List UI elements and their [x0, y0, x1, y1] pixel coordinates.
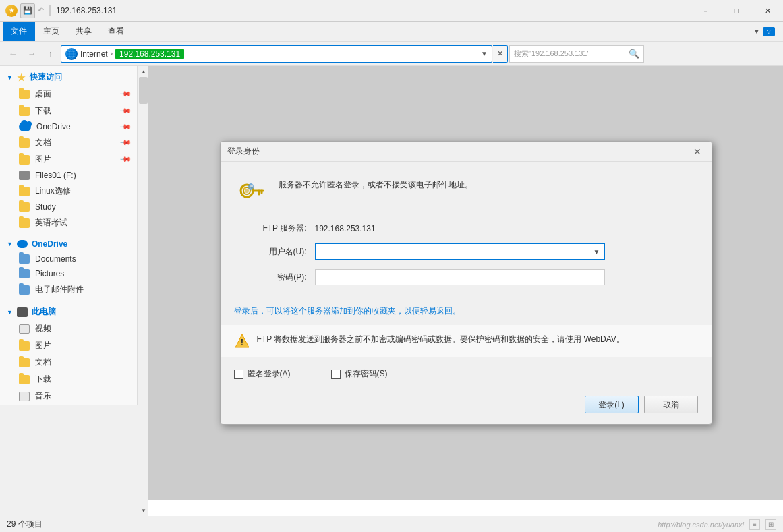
dialog-close-button[interactable]: ✕ [690, 144, 705, 159]
search-icon[interactable]: 🔍 [629, 49, 639, 59]
up-button[interactable]: ↑ [42, 45, 59, 63]
addressbar: ← → ↑ Internet › 192.168.253.131 ▼ ✕ 搜索" [0, 42, 783, 66]
scrollbar-down[interactable]: ▼ [138, 505, 149, 516]
dialog-title: 登录身份 [227, 146, 690, 157]
pin-icon: 📌 [119, 153, 132, 166]
maximize-button[interactable]: □ [721, 0, 752, 22]
sidebar-item-downloads-pc[interactable]: 下载 [0, 371, 137, 388]
scrollbar-track [138, 77, 148, 516]
address-dropdown[interactable]: ▼ [481, 50, 488, 57]
sidebar-item-docs-pc[interactable]: 文档 [0, 354, 137, 371]
pin-icon: 📌 [119, 136, 132, 149]
ftp-server-row: FTP 服务器: 192.168.253.131 [234, 223, 698, 234]
video-icon [19, 324, 30, 334]
sidebar-item-music[interactable]: 音乐 [0, 388, 137, 405]
view-large-icon[interactable]: ⊞ [765, 519, 776, 530]
sidebar-scrollbar: ▲ ▼ [138, 66, 148, 516]
sidebar-item-pictures-od[interactable]: Pictures [0, 266, 137, 281]
username-input[interactable]: ▼ [315, 243, 605, 260]
folder-icon [19, 107, 30, 116]
close-button[interactable]: ✕ [752, 0, 783, 22]
sidebar-item-pictures[interactable]: 图片 📌 [0, 151, 137, 168]
minimize-button[interactable]: － [690, 0, 721, 22]
folder-icon [19, 138, 30, 148]
titlebar-path: 192.168.253.131 [56, 6, 778, 16]
password-row: 密码(P): [234, 269, 698, 285]
folder-icon [19, 341, 30, 351]
address-clear-button[interactable]: ✕ [493, 45, 508, 63]
window-controls: － □ ✕ [690, 0, 783, 22]
menu-share[interactable]: 共享 [67, 22, 100, 41]
forward-button[interactable]: → [23, 45, 40, 63]
save-password-checkbox[interactable]: 保存密码(S) [331, 368, 388, 380]
watermark: http://blog.csdn.net/yuanxi [658, 521, 744, 529]
scrollbar-up[interactable]: ▲ [138, 66, 149, 77]
menu-home[interactable]: 主页 [35, 22, 67, 41]
breadcrumb-arrow: › [111, 50, 113, 57]
pin-icon: 📌 [119, 120, 132, 133]
username-dropdown-arrow: ▼ [593, 248, 600, 256]
sidebar-section-onedrive[interactable]: ▼ OneDrive [0, 234, 137, 252]
save-icon[interactable]: 💾 [20, 3, 35, 18]
search-box[interactable]: 搜索"192.168.253.131" 🔍 [509, 45, 644, 63]
cancel-button[interactable]: 取消 [644, 396, 698, 413]
sidebar: ▼ ★ 快速访问 桌面 📌 下载 📌 OneDrive 📌 文档 [0, 66, 148, 516]
drive-icon [19, 171, 30, 180]
username-label: 用户名(U): [248, 246, 315, 258]
sidebar-item-files01[interactable]: Files01 (F:) [0, 168, 137, 183]
undo-icon: ↶ [38, 6, 44, 15]
back-button[interactable]: ← [4, 45, 22, 63]
address-box[interactable]: Internet › 192.168.253.131 ▼ [61, 45, 492, 63]
dialog-message: 服务器不允许匿名登录，或者不接受该电子邮件地址。 [279, 175, 473, 191]
sidebar-item-docs[interactable]: 文档 📌 [0, 134, 137, 151]
titlebar: ★ 💾 ↶ 192.168.253.131 － □ ✕ [0, 0, 783, 22]
login-button[interactable]: 登录(L) [585, 396, 639, 413]
dialog-checkboxes: 匿名登录(A) 保存密码(S) [221, 368, 712, 390]
music-icon [19, 392, 30, 401]
dialog-header-row: 服务器不允许匿名登录，或者不接受该电子邮件地址。 [234, 175, 698, 209]
key-icon-wrap [234, 175, 268, 209]
dialog-note: 登录后，可以将这个服务器添加到你的收藏夹，以便轻易返回。 [221, 305, 712, 325]
ribbon-expand[interactable]: ▼ ? [748, 24, 780, 39]
sidebar-item-desktop[interactable]: 桌面 📌 [0, 86, 137, 102]
onedrive-icon [19, 122, 31, 131]
sidebar-item-email-attachments[interactable]: 电子邮件附件 [0, 281, 137, 298]
scrollbar-thumb[interactable] [139, 77, 148, 104]
sidebar-item-downloads[interactable]: 下载 📌 [0, 102, 137, 119]
anon-login-checkbox[interactable]: 匿名登录(A) [234, 368, 291, 380]
folder-icon-blue [19, 269, 30, 278]
dialog-warning-row: ! FTP 将数据发送到服务器之前不加密或编码密码或数据。要保护密码和数据的安全… [221, 325, 712, 357]
folder-icon [19, 202, 30, 212]
sidebar-section-thispc[interactable]: ▼ 此电脑 [0, 301, 137, 320]
folder-icon [19, 90, 30, 99]
content-area: 登录身份 ✕ [148, 66, 783, 516]
password-input[interactable] [315, 269, 605, 285]
sidebar-item-video[interactable]: 视频 [0, 320, 137, 337]
sidebar-item-pictures-pc[interactable]: 图片 [0, 337, 137, 354]
dialog-body: 服务器不允许匿名登录，或者不接受该电子邮件地址。 FTP 服务器: 192.16… [221, 162, 712, 305]
sidebar-item-english[interactable]: 英语考试 [0, 214, 137, 231]
sidebar-item-linux[interactable]: Linux选修 [0, 183, 137, 200]
folder-icon [19, 218, 30, 228]
login-dialog: 登录身份 ✕ [220, 141, 712, 425]
svg-point-13 [250, 185, 253, 187]
password-label: 密码(P): [248, 272, 315, 283]
ftp-server-label: FTP 服务器: [248, 223, 315, 234]
globe-icon [65, 48, 78, 60]
sidebar-item-study[interactable]: Study [0, 200, 137, 214]
folder-icon [19, 358, 30, 367]
view-details-icon[interactable]: ≡ [749, 519, 760, 530]
username-row: 用户名(U): ▼ [234, 243, 698, 260]
sidebar-item-documents[interactable]: Documents [0, 252, 137, 266]
address-ip: 192.168.253.131 [115, 49, 184, 59]
pc-icon [17, 307, 28, 317]
address-content: Internet › 192.168.253.131 [65, 48, 481, 60]
menu-file[interactable]: 文件 [3, 22, 35, 41]
main-layout: ▼ ★ 快速访问 桌面 📌 下载 📌 OneDrive 📌 文档 [0, 66, 783, 516]
sidebar-item-onedrive-qa[interactable]: OneDrive 📌 [0, 119, 137, 134]
sidebar-section-quickaccess[interactable]: ▼ ★ 快速访问 [0, 66, 137, 86]
menu-view[interactable]: 查看 [100, 22, 132, 41]
pin-icon: 📌 [119, 88, 132, 100]
anon-login-label: 匿名登录(A) [248, 368, 291, 380]
quick-access-icon: ★ [5, 5, 18, 17]
